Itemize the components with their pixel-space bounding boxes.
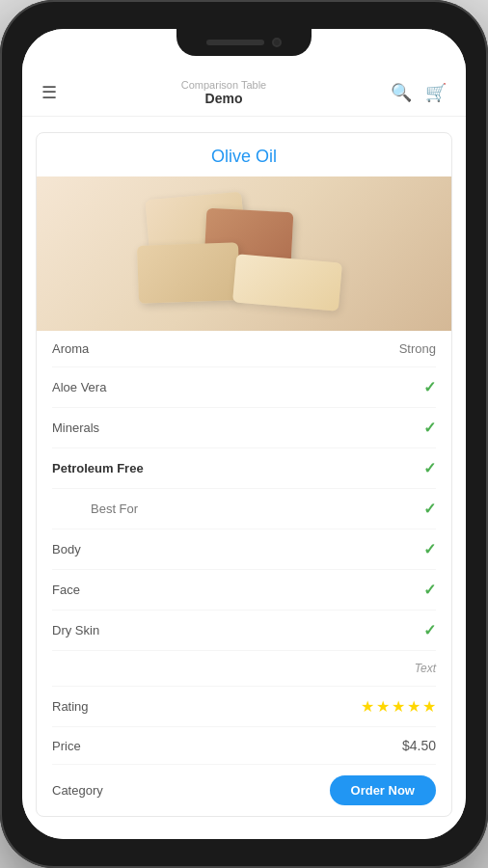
- row-label-aloe-vera: Aloe Vera: [52, 380, 106, 394]
- row-value-price: $4.50: [402, 738, 436, 753]
- row-label-dry-skin: Dry Skin: [52, 623, 99, 637]
- row-label-category: Category: [52, 783, 103, 798]
- row-label-price: Price: [52, 739, 81, 753]
- table-row: Aloe Vera ✓: [52, 367, 436, 408]
- table-row: Best For ✓: [52, 489, 436, 529]
- notch: [176, 29, 312, 56]
- row-label-best-for: Best For: [52, 502, 138, 516]
- table-row: Body ✓: [52, 529, 436, 570]
- soap-bar-4: [232, 254, 342, 311]
- header-actions: 🔍 🛒: [391, 82, 447, 103]
- menu-icon[interactable]: ☰: [41, 82, 57, 103]
- table-row: Price $4.50: [52, 727, 436, 765]
- star-1: ★: [361, 697, 374, 716]
- product-image: [37, 176, 451, 331]
- star-4: ★: [407, 697, 420, 716]
- table-row: Minerals ✓: [52, 408, 436, 448]
- row-label-body: Body: [52, 542, 81, 556]
- notch-camera: [272, 38, 282, 47]
- row-label-aroma: Aroma: [52, 341, 89, 356]
- screen-content: ☰ Comparison Table Demo 🔍 🛒 Olive Oil: [22, 29, 466, 839]
- app-header: ☰ Comparison Table Demo 🔍 🛒: [22, 71, 466, 117]
- header-title: Demo: [181, 91, 266, 106]
- row-value-text: Text: [415, 662, 436, 675]
- product-card: Olive Oil Aroma Strong: [36, 132, 452, 817]
- row-label-minerals: Minerals: [52, 420, 99, 435]
- check-minerals: ✓: [423, 419, 436, 437]
- soap-bars-visual: [128, 186, 360, 321]
- soap-bar-3: [137, 242, 240, 304]
- header-title-area: Comparison Table Demo: [181, 79, 266, 106]
- row-value-aroma: Strong: [399, 341, 436, 356]
- order-now-button[interactable]: Order Now: [330, 775, 436, 805]
- check-petroleum-free: ✓: [423, 459, 436, 477]
- check-face: ✓: [423, 581, 436, 599]
- table-row: Face ✓: [52, 570, 436, 610]
- stars-container: ★ ★ ★ ★ ★: [361, 697, 436, 716]
- row-label-face: Face: [52, 583, 80, 597]
- table-row: Text: [52, 651, 436, 687]
- table-row: Aroma Strong: [52, 331, 436, 367]
- check-aloe-vera: ✓: [423, 378, 436, 396]
- header-subtitle: Comparison Table: [181, 79, 266, 91]
- table-row: Category Order Now: [52, 765, 436, 816]
- table-row: Petroleum Free ✓: [52, 448, 436, 489]
- check-best-for: ✓: [423, 500, 436, 518]
- star-2: ★: [376, 697, 390, 716]
- check-dry-skin: ✓: [423, 621, 436, 639]
- phone-frame: ☰ Comparison Table Demo 🔍 🛒 Olive Oil: [0, 0, 488, 868]
- comparison-table: Aroma Strong Aloe Vera ✓ Minerals ✓: [37, 331, 451, 816]
- row-label-rating: Rating: [52, 699, 89, 714]
- table-row: Dry Skin ✓: [52, 610, 436, 651]
- product-name: Olive Oil: [37, 133, 451, 176]
- check-body: ✓: [423, 540, 436, 558]
- notch-speaker: [206, 40, 264, 45]
- next-product-section: Dried Flowers: [22, 832, 466, 839]
- search-icon[interactable]: 🔍: [391, 82, 412, 103]
- phone-screen: ☰ Comparison Table Demo 🔍 🛒 Olive Oil: [22, 29, 466, 839]
- star-5: ★: [422, 697, 436, 716]
- table-row: Rating ★ ★ ★ ★ ★: [52, 687, 436, 727]
- cart-icon[interactable]: 🛒: [425, 82, 447, 103]
- row-label-petroleum-free: Petroleum Free: [52, 461, 144, 475]
- star-3: ★: [392, 697, 405, 716]
